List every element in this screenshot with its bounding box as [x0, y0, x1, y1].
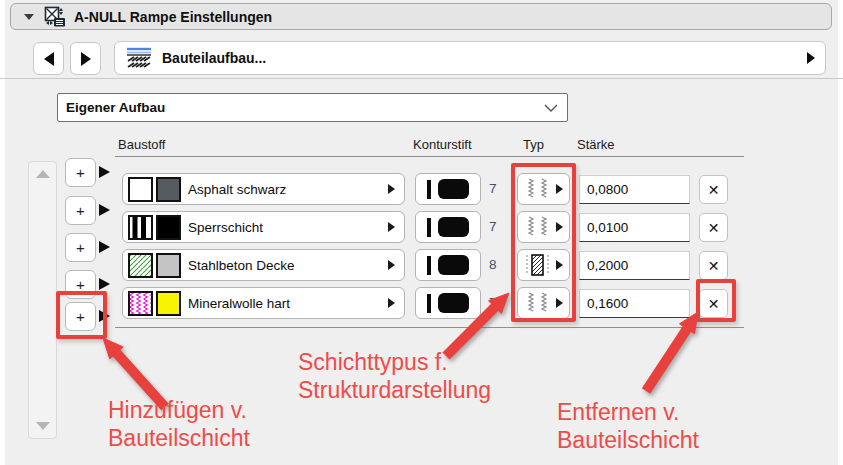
material-button-row4[interactable]: Mineralwolle hart — [122, 287, 405, 319]
annotation-line: Strukturdarstellung — [298, 376, 491, 404]
add-layer-button-1[interactable]: + — [65, 158, 96, 187]
type-picker-arrow-icon — [556, 298, 563, 308]
row-marker-icon[interactable] — [99, 241, 110, 253]
arrow-left-icon — [44, 52, 54, 66]
col-header-baustoff: Baustoff — [118, 137, 165, 152]
cut-pattern-swatch — [128, 177, 153, 202]
layer-type-squiggle-icon — [524, 291, 552, 315]
material-button-row1[interactable]: Asphalt schwarz — [122, 173, 405, 205]
panel-expand-icon — [807, 52, 815, 64]
layer-type-button-row4[interactable] — [517, 287, 570, 319]
annotation-add-layer: Hinzufügen v. Bauteilschicht — [108, 396, 250, 452]
material-picker-arrow-icon — [388, 222, 395, 232]
annotation-line: Entfernen v. — [557, 398, 699, 426]
staerke-input-row4[interactable] — [579, 289, 690, 318]
kontur-pen-button-row2[interactable] — [415, 211, 481, 243]
close-icon: ✕ — [708, 220, 720, 236]
chevron-down-icon — [544, 104, 558, 112]
panel-edge-left — [0, 0, 5, 465]
staerke-input-row2[interactable] — [579, 213, 690, 242]
annotation-line: Schichttypus f. — [298, 348, 491, 376]
annotation-line: Bauteilschicht — [108, 424, 250, 452]
material-name: Sperrschicht — [188, 220, 263, 235]
material-button-row3[interactable]: Stahlbeton Decke — [122, 249, 405, 281]
material-picker-arrow-icon — [388, 260, 395, 270]
col-header-staerke: Stärke — [577, 137, 615, 152]
pen-color-icon — [438, 255, 469, 275]
layer-type-button-row3[interactable] — [517, 249, 570, 281]
annotation-layer-type: Schichttypus f. Strukturdarstellung — [298, 348, 491, 404]
kontur-pen-button-row4[interactable] — [415, 287, 481, 319]
type-picker-arrow-icon — [556, 222, 563, 232]
add-layer-button-2[interactable]: + — [65, 196, 96, 225]
tool-settings-icon — [44, 6, 66, 27]
pen-color-icon — [438, 293, 469, 313]
layer-type-button-row1[interactable] — [517, 173, 570, 205]
cut-pattern-swatch — [128, 215, 153, 240]
staerke-input-row1[interactable] — [579, 175, 690, 204]
pen-color-icon — [438, 179, 469, 199]
delete-layer-button-row3[interactable]: ✕ — [699, 251, 728, 280]
type-picker-arrow-icon — [556, 184, 563, 194]
annotation-line: Bauteilschicht — [557, 426, 699, 454]
aufbau-dropdown-value: Eigener Aufbau — [66, 100, 165, 115]
type-picker-arrow-icon — [556, 260, 563, 270]
add-layer-button-4[interactable]: + — [65, 270, 96, 299]
pen-number: 8 — [489, 257, 497, 272]
settings-palette: A-NULL Rampe Einstellungen Bauteilaufbau… — [0, 0, 843, 465]
kontur-pen-button-row1[interactable] — [415, 173, 481, 205]
delete-layer-button-row2[interactable]: ✕ — [699, 213, 728, 242]
row-marker-icon[interactable] — [99, 278, 110, 290]
surface-color-swatch — [156, 291, 181, 316]
pen-number: 7 — [489, 219, 497, 234]
section-divider — [0, 78, 843, 79]
nav-forward-button[interactable] — [70, 42, 101, 75]
layer-type-core-icon — [523, 253, 553, 277]
material-name: Stahlbeton Decke — [188, 258, 295, 273]
annotation-line: Hinzufügen v. — [108, 396, 250, 424]
nav-back-button[interactable] — [33, 42, 64, 75]
layer-type-squiggle-icon — [524, 177, 552, 201]
aufbau-dropdown[interactable]: Eigener Aufbau — [57, 93, 568, 122]
collapse-caret-icon[interactable] — [24, 14, 34, 20]
panel-label: Bauteilaufbau... — [162, 50, 266, 66]
surface-color-swatch — [156, 177, 181, 202]
material-picker-arrow-icon — [388, 184, 395, 194]
add-layer-button-5[interactable]: + — [65, 302, 96, 331]
material-picker-arrow-icon — [388, 298, 395, 308]
layer-scrollbar[interactable] — [28, 161, 57, 439]
pen-thickness-icon — [427, 256, 431, 275]
row-marker-icon[interactable] — [99, 310, 110, 322]
arrow-to-delete-button — [646, 312, 698, 391]
delete-layer-button-row1[interactable]: ✕ — [699, 175, 728, 204]
kontur-pen-button-row3[interactable] — [415, 249, 481, 281]
cut-pattern-swatch — [128, 253, 153, 278]
pen-number: 7 — [489, 295, 497, 310]
table-header-rule — [115, 156, 744, 157]
material-name: Mineralwolle hart — [188, 296, 290, 311]
layer-type-button-row2[interactable] — [517, 211, 570, 243]
close-icon: ✕ — [708, 296, 720, 312]
pen-color-icon — [438, 217, 469, 237]
pen-number: 7 — [489, 181, 497, 196]
scroll-up-icon[interactable] — [36, 170, 50, 178]
close-icon: ✕ — [708, 258, 720, 274]
scroll-down-icon[interactable] — [36, 422, 50, 430]
row-marker-icon[interactable] — [99, 204, 110, 216]
staerke-input-row3[interactable] — [579, 251, 690, 280]
table-bottom-rule — [115, 327, 744, 328]
arrow-right-icon — [81, 52, 91, 66]
row-marker-icon[interactable] — [99, 166, 110, 178]
section-titlebar[interactable]: A-NULL Rampe Einstellungen — [10, 3, 832, 30]
composite-structure-icon — [125, 46, 153, 70]
add-layer-button-3[interactable]: + — [65, 233, 96, 262]
delete-layer-button-row4[interactable]: ✕ — [699, 289, 728, 318]
material-button-row2[interactable]: Sperrschicht — [122, 211, 405, 243]
pen-thickness-icon — [427, 294, 431, 313]
pen-thickness-icon — [427, 180, 431, 199]
bauteilaufbau-panel-button[interactable]: Bauteilaufbau... — [114, 41, 826, 75]
page-title: A-NULL Rampe Einstellungen — [74, 9, 272, 25]
col-header-konturstift: Konturstift — [413, 137, 472, 152]
layer-type-squiggle-icon — [524, 215, 552, 239]
panel-edge-right — [838, 0, 843, 465]
